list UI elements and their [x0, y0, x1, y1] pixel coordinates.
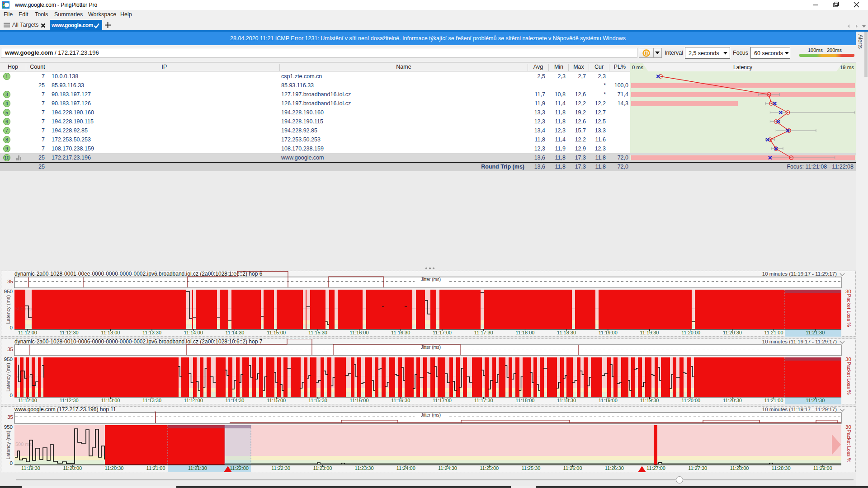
svg-text:11:20:30: 11:20:30	[723, 330, 742, 335]
svg-text:dynamic-2a00-1028-0010-0006-00: dynamic-2a00-1028-0010-0006-0000-0000-00…	[14, 338, 263, 345]
svg-text:11:13:30: 11:13:30	[142, 398, 161, 403]
svg-text:11:22:30: 11:22:30	[271, 465, 290, 471]
svg-text:11:17:30: 11:17:30	[474, 330, 493, 335]
svg-text:11:21:00: 11:21:00	[146, 465, 165, 471]
svg-text:11:13:30: 11:13:30	[142, 330, 161, 335]
svg-text:11:26:00: 11:26:00	[563, 465, 582, 471]
svg-text:Latency: Latency	[733, 64, 752, 70]
svg-text:30: 30	[845, 357, 851, 362]
svg-text:950: 950	[4, 289, 13, 294]
svg-text:11:23:30: 11:23:30	[355, 465, 374, 471]
svg-text:11:14:00: 11:14:00	[184, 330, 203, 335]
svg-text:Latency (ms): Latency (ms)	[5, 363, 11, 392]
svg-text:11:27:00: 11:27:00	[646, 465, 665, 471]
svg-text:11:18:00: 11:18:00	[515, 398, 534, 403]
svg-text:11:20:00: 11:20:00	[681, 398, 700, 403]
svg-text:11:13:00: 11:13:00	[101, 398, 120, 403]
svg-text:Latency (ms): Latency (ms)	[5, 431, 11, 460]
svg-text:Packet Loss %: Packet Loss %	[846, 430, 852, 463]
svg-text:11:20:30: 11:20:30	[723, 398, 742, 403]
svg-text:11:16:00: 11:16:00	[350, 398, 369, 403]
svg-text:11:21:30: 11:21:30	[188, 465, 207, 471]
svg-text:10 minutes (11:19:17 - 11:29:1: 10 minutes (11:19:17 - 11:29:17)	[762, 407, 837, 412]
svg-text:11:19:00: 11:19:00	[599, 330, 618, 335]
svg-text:Jitter (ms): Jitter (ms)	[421, 277, 441, 282]
svg-text:11:25:30: 11:25:30	[521, 465, 540, 471]
svg-text:Packet Loss %: Packet Loss %	[846, 362, 852, 395]
svg-text:500 ms: 500 ms	[15, 306, 32, 311]
svg-text:0 ms: 0 ms	[632, 65, 643, 70]
svg-text:11:16:30: 11:16:30	[391, 398, 410, 403]
svg-text:11:28:30: 11:28:30	[772, 465, 791, 471]
svg-text:35: 35	[7, 279, 13, 284]
svg-text:11:14:00: 11:14:00	[184, 398, 203, 403]
svg-text:11:19:30: 11:19:30	[640, 330, 659, 335]
svg-text:11:28:00: 11:28:00	[730, 465, 749, 471]
svg-text:11:20:00: 11:20:00	[63, 465, 82, 471]
svg-text:11:14:30: 11:14:30	[225, 330, 244, 335]
svg-text:11:12:30: 11:12:30	[60, 330, 79, 335]
svg-text:11:27:30: 11:27:30	[688, 465, 707, 471]
svg-text:11:18:00: 11:18:00	[515, 330, 534, 335]
svg-text:11:20:30: 11:20:30	[104, 465, 123, 471]
svg-text:11:13:00: 11:13:00	[101, 330, 120, 335]
svg-text:11:15:00: 11:15:00	[267, 330, 286, 335]
svg-text:dynamic-2a00-1028-0001-00ee-00: dynamic-2a00-1028-0001-00ee-0000-0000-00…	[14, 271, 263, 277]
svg-text:11:20:00: 11:20:00	[681, 330, 700, 335]
svg-text:11:19:30: 11:19:30	[640, 398, 659, 403]
svg-text:950: 950	[4, 424, 13, 430]
svg-text:11:18:30: 11:18:30	[557, 330, 576, 335]
svg-text:11:16:00: 11:16:00	[350, 330, 369, 335]
svg-text:Packet Loss %: Packet Loss %	[846, 294, 852, 327]
svg-text:11:12:00: 11:12:00	[18, 398, 37, 403]
svg-text:Latency (ms): Latency (ms)	[5, 295, 11, 324]
svg-text:35: 35	[7, 414, 13, 420]
svg-text:11:18:30: 11:18:30	[557, 398, 576, 403]
svg-text:11:21:00: 11:21:00	[764, 330, 783, 335]
svg-text:0: 0	[10, 460, 13, 466]
svg-text:11:12:30: 11:12:30	[60, 398, 79, 403]
svg-text:11:26:30: 11:26:30	[605, 465, 624, 471]
svg-text:30: 30	[845, 424, 851, 430]
svg-text:Jitter (ms): Jitter (ms)	[421, 345, 441, 350]
svg-text:11:24:30: 11:24:30	[438, 465, 457, 471]
svg-text:0: 0	[10, 393, 13, 398]
svg-text:11:17:30: 11:17:30	[474, 398, 493, 403]
svg-text:950: 950	[4, 357, 13, 362]
svg-text:35: 35	[7, 347, 13, 352]
svg-text:11:21:00: 11:21:00	[764, 398, 783, 403]
svg-text:11:17:00: 11:17:00	[433, 398, 452, 403]
svg-text:30: 30	[845, 289, 851, 294]
svg-text:11:24:00: 11:24:00	[396, 465, 415, 471]
svg-text:10 minutes (11:19:17 - 11:29:1: 10 minutes (11:19:17 - 11:29:17)	[762, 271, 837, 277]
svg-text:11:21:30: 11:21:30	[806, 330, 825, 335]
svg-text:10 minutes (11:19:17 - 11:29:1: 10 minutes (11:19:17 - 11:29:17)	[762, 339, 837, 344]
svg-text:11:17:00: 11:17:00	[433, 330, 452, 335]
svg-text:Jitter (ms): Jitter (ms)	[421, 413, 441, 418]
svg-text:19 ms: 19 ms	[840, 65, 854, 70]
svg-text:11:16:30: 11:16:30	[391, 330, 410, 335]
svg-text:11:23:00: 11:23:00	[313, 465, 332, 471]
svg-text:11:15:30: 11:15:30	[308, 330, 327, 335]
svg-text:0: 0	[10, 325, 13, 330]
svg-text:11:15:00: 11:15:00	[267, 398, 286, 403]
svg-text:500 ms: 500 ms	[15, 374, 32, 379]
svg-text:www.google.com (172.217.23.196: www.google.com (172.217.23.196) hop 11	[14, 406, 116, 413]
svg-text:11:29:00: 11:29:00	[813, 465, 832, 471]
svg-text:11:19:30: 11:19:30	[21, 465, 40, 471]
svg-text:11:15:30: 11:15:30	[308, 398, 327, 403]
svg-text:11:21:30: 11:21:30	[806, 398, 825, 403]
svg-text:11:25:00: 11:25:00	[480, 465, 499, 471]
svg-text:11:14:30: 11:14:30	[225, 398, 244, 403]
svg-text:11:12:00: 11:12:00	[18, 330, 37, 335]
svg-text:11:19:00: 11:19:00	[599, 398, 618, 403]
svg-text:11:22:00: 11:22:00	[230, 465, 249, 471]
